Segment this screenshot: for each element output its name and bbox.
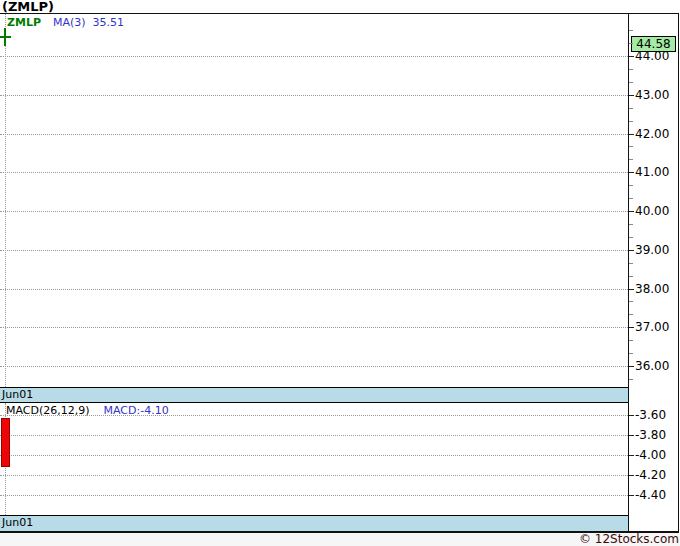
macd-axis-tick (629, 475, 634, 476)
price-axis-minor-tick (629, 353, 633, 354)
site-credit-link[interactable]: © 12Stocks.com (579, 533, 679, 546)
price-axis-tick (629, 289, 634, 290)
price-plot: ZMLPMA(3) 35.51 (0, 14, 628, 387)
price-axis-minor-tick (629, 276, 633, 277)
price-axis-label: 40.00 (635, 203, 669, 219)
price-axis-tick (629, 172, 634, 173)
macd-axis-label: -3.80 (635, 427, 666, 443)
macd-axis-tick (629, 495, 634, 496)
price-axis-minor-tick (629, 43, 633, 44)
price-axis-minor-tick (629, 224, 633, 225)
price-gridline (0, 327, 628, 328)
footer-strip: © 12Stocks.com (0, 533, 680, 546)
ma-label: MA(3) (53, 16, 86, 29)
price-gridline (0, 250, 628, 251)
price-axis-line (628, 13, 629, 533)
price-axis-tick (629, 327, 634, 328)
macd-histogram-bar (1, 418, 10, 467)
price-axis-minor-tick (629, 30, 633, 31)
price-axis-minor-tick (629, 108, 633, 109)
macd-plot: MACD(26,12,9)MACD:-4.10 (0, 403, 628, 515)
price-axis-minor-tick (629, 185, 633, 186)
price-axis-minor-tick (629, 314, 633, 315)
price-axis-minor-tick (629, 121, 633, 122)
price-axis-label: 37.00 (635, 319, 669, 335)
page-title: (ZMLP) (2, 0, 54, 14)
price-axis-label: 36.00 (635, 358, 669, 374)
price-vertical-gridline (5, 14, 6, 387)
stock-chart-page: (ZMLP) ZMLPMA(3) 35.51 44.58 44.0043.004… (0, 0, 680, 546)
macd-axis-label: -3.60 (635, 407, 666, 423)
macd-gridline (0, 475, 628, 476)
price-axis-label: 41.00 (635, 164, 669, 180)
price-gridline (0, 172, 628, 173)
price-gridline (0, 134, 628, 135)
macd-axis-tick (629, 415, 634, 416)
macd-axis-label: -4.20 (635, 467, 666, 483)
price-gridline (0, 366, 628, 367)
price-axis-label: 38.00 (635, 281, 669, 297)
price-axis-minor-tick (629, 146, 633, 147)
price-axis-minor-tick (629, 198, 633, 199)
macd-axis-label: -4.00 (635, 447, 666, 463)
macd-axis-tick (629, 455, 634, 456)
ticker-label: ZMLP (7, 16, 41, 29)
macd-gridline (0, 495, 628, 496)
price-axis-minor-tick (629, 263, 633, 264)
price-axis-minor-tick (629, 379, 633, 380)
date-label-bottom: Jun01 (2, 516, 33, 529)
price-axis-minor-tick (629, 82, 633, 83)
date-band-top: Jun01 (0, 387, 629, 403)
macd-gridline (0, 435, 628, 436)
price-axis-tick (629, 366, 634, 367)
price-axis-label: 39.00 (635, 242, 669, 258)
date-band-bottom: Jun01 (0, 515, 629, 531)
price-axis-tick (629, 211, 634, 212)
price-gridline (0, 211, 628, 212)
price-legend: ZMLPMA(3) 35.51 (7, 16, 124, 29)
price-axis-label: 43.00 (635, 87, 669, 103)
price-gridline (0, 56, 628, 57)
price-axis-tick (629, 134, 634, 135)
date-label-top: Jun01 (2, 388, 33, 401)
price-gridline (0, 289, 628, 290)
price-axis-label: 42.00 (635, 126, 669, 142)
macd-gridline (0, 415, 628, 416)
ma-legend: MA(3) 35.51 (53, 16, 124, 29)
candle-marker-body (0, 36, 11, 38)
price-axis-minor-tick (629, 340, 633, 341)
macd-axis-tick (629, 435, 634, 436)
price-axis: 44.58 44.0043.0042.0041.0040.0039.0038.0… (629, 14, 680, 387)
macd-axis: -3.60-3.80-4.00-4.20-4.40 (629, 403, 680, 515)
price-axis-minor-tick (629, 69, 633, 70)
price-gridline (0, 95, 628, 96)
price-axis-tick (629, 250, 634, 251)
price-axis-label: 44.00 (635, 48, 669, 64)
price-axis-minor-tick (629, 159, 633, 160)
macd-gridline (0, 455, 628, 456)
ma-value: 35.51 (93, 16, 125, 29)
price-axis-tick (629, 95, 634, 96)
price-axis-minor-tick (629, 301, 633, 302)
price-axis-tick (629, 56, 634, 57)
price-axis-minor-tick (629, 237, 633, 238)
macd-axis-label: -4.40 (635, 487, 666, 503)
